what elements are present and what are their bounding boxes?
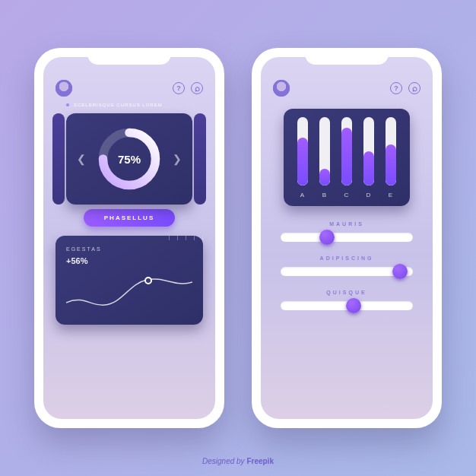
- slider-track[interactable]: [281, 267, 413, 276]
- phone-mockup-left: ? SCELERISQUE CURSUS LOREM ❮: [34, 48, 224, 428]
- progress-donut: 75%: [94, 124, 164, 194]
- bar-label: B: [322, 192, 327, 198]
- notch: [305, 48, 389, 65]
- notch: [87, 48, 171, 65]
- tick-marks: [169, 236, 203, 240]
- slider-quisque: QUISQUE: [281, 290, 413, 310]
- chevron-right-icon[interactable]: ❯: [173, 153, 182, 165]
- bar-E: E: [386, 117, 396, 198]
- slider-label: MAURIS: [281, 221, 413, 227]
- header-actions: ?: [173, 82, 203, 94]
- bar-label: D: [367, 192, 372, 198]
- slider-track[interactable]: [281, 301, 413, 310]
- section-tab[interactable]: SCELERISQUE CURSUS LOREM: [43, 103, 215, 113]
- data-point-marker: [144, 277, 152, 284]
- search-icon[interactable]: [408, 82, 420, 94]
- slider-mauris: MAURIS: [281, 221, 413, 242]
- search-icon[interactable]: [191, 82, 203, 94]
- tab-dot-icon: [66, 103, 69, 106]
- phone-mockup-right: ? A B C D: [252, 48, 442, 428]
- slider-label: QUISQUE: [281, 290, 413, 295]
- bar-set: A B C D E: [294, 122, 399, 198]
- tab-label: SCELERISQUE CURSUS LOREM: [74, 103, 163, 107]
- carousel-peek-left: [52, 113, 65, 205]
- avatar[interactable]: [56, 80, 72, 97]
- cta-button[interactable]: PHASELLUS: [84, 209, 175, 227]
- bar-chart-card: A B C D E: [284, 109, 410, 206]
- bar-label: C: [344, 192, 350, 198]
- slider-track[interactable]: [281, 233, 413, 242]
- bar-B: B: [319, 117, 330, 198]
- bar-label: E: [389, 192, 393, 198]
- card-title: EGESTAS: [66, 246, 192, 252]
- slider-knob[interactable]: [346, 298, 361, 313]
- screen: ? SCELERISQUE CURSUS LOREM ❮: [43, 57, 215, 419]
- screen: ? A B C D: [261, 57, 433, 419]
- bar-A: A: [297, 117, 308, 198]
- attribution: Designed by Freepik: [0, 457, 476, 465]
- slider-knob[interactable]: [319, 230, 335, 245]
- chevron-left-icon[interactable]: ❮: [77, 153, 86, 165]
- trend-card: EGESTAS +56%: [56, 236, 203, 325]
- slider-label: ADIPISCING: [281, 255, 413, 261]
- bar-C: C: [341, 117, 352, 198]
- avatar[interactable]: [273, 80, 290, 97]
- sparkline-chart: [66, 268, 192, 314]
- bar-label: A: [300, 192, 305, 198]
- progress-value: 75%: [94, 124, 164, 194]
- credit-prefix: Designed by: [202, 457, 246, 465]
- slider-knob[interactable]: [392, 264, 408, 279]
- carousel-peek-right: [194, 113, 206, 205]
- slider-group: MAURIS ADIPISCING QUISQUE: [261, 221, 433, 310]
- help-icon[interactable]: ?: [390, 82, 402, 94]
- bar-D: D: [363, 117, 374, 198]
- progress-card: ❮ 75% ❯: [66, 113, 192, 205]
- slider-adipiscing: ADIPISCING: [281, 255, 413, 276]
- credit-brand: Freepik: [246, 457, 274, 465]
- help-icon[interactable]: ?: [173, 82, 185, 94]
- header-actions: ?: [390, 82, 420, 94]
- growth-value: +56%: [66, 256, 192, 265]
